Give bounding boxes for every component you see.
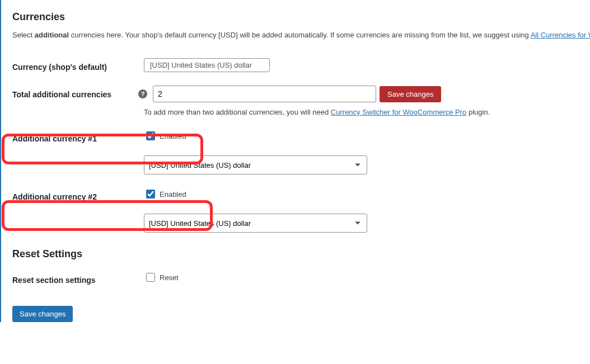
additional-1-currency-select[interactable]: [USD] United States (US) dollar [144, 155, 367, 174]
help-icon[interactable]: ? [138, 89, 147, 98]
reset-checkbox[interactable] [146, 273, 155, 282]
total-additional-input[interactable] [153, 86, 376, 102]
additional-1-enabled-text: Enabled [160, 132, 186, 140]
intro-pre: Select [12, 31, 35, 39]
reset-text: Reset [160, 273, 179, 282]
additional-2-enabled-checkbox[interactable] [146, 190, 155, 198]
intro-bold: additional [35, 31, 69, 39]
currencies-heading: Currencies [12, 11, 590, 23]
additional-currency-2-label: Additional currency #2 [12, 185, 144, 210]
save-changes-button[interactable]: Save changes [12, 306, 73, 322]
reset-section-label: Reset section settings [12, 268, 144, 294]
additional-2-enabled-text: Enabled [160, 190, 186, 198]
helper-pre: To add more than two additional currenci… [144, 108, 331, 116]
additional-1-enabled-checkbox[interactable] [146, 131, 155, 140]
helper-text: To add more than two additional currenci… [144, 108, 590, 116]
save-changes-inline-button[interactable]: Save changes [380, 86, 441, 102]
total-additional-label: Total additional currencies [12, 82, 144, 126]
default-currency-value: [USD] United States (US) dollar [144, 58, 270, 72]
all-currencies-link[interactable]: All Currencies for Wo [531, 31, 590, 39]
additional-currency-1-label: Additional currency #1 [12, 126, 144, 152]
intro-post: currencies here. Your shop's default cur… [69, 31, 531, 39]
pro-link[interactable]: Currency Switcher for WooCommerce Pro [331, 108, 467, 116]
additional-2-currency-select[interactable]: [USD] United States (US) dollar [144, 214, 367, 233]
helper-post: plugin. [466, 108, 490, 116]
default-currency-label: Currency (shop's default) [12, 55, 144, 82]
reset-settings-heading: Reset Settings [12, 248, 590, 260]
currencies-intro: Select additional currencies here. Your … [12, 31, 590, 39]
